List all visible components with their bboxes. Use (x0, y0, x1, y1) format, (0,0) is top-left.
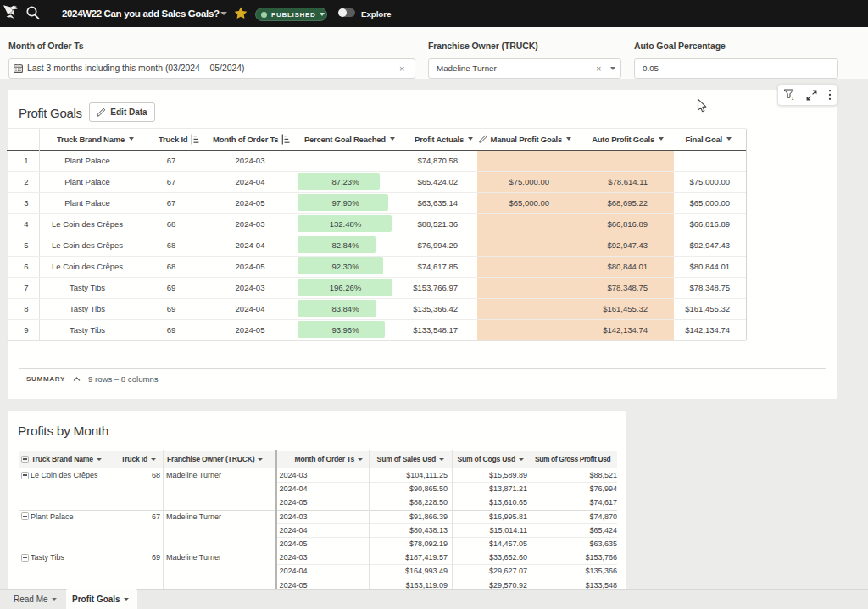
svg-text:1: 1 (792, 96, 794, 101)
